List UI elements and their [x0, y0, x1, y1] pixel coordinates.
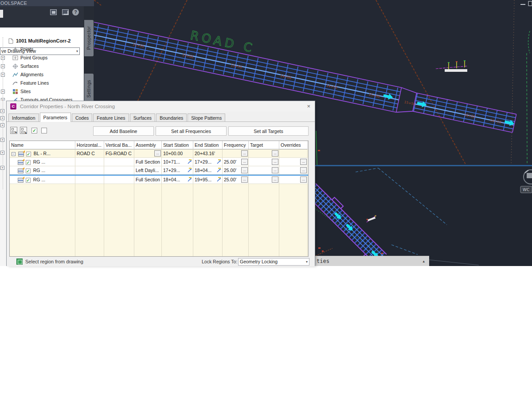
- overrides-picker-button[interactable]: ...: [300, 167, 307, 173]
- tab-prospector[interactable]: Prospector: [84, 20, 94, 56]
- help-icon[interactable]: ?: [72, 9, 79, 16]
- expand-icon[interactable]: +: [1, 73, 5, 77]
- expand-icon[interactable]: +: [0, 116, 4, 120]
- tree-item-feature-lines[interactable]: Feature Lines: [0, 79, 84, 87]
- tree-item-sites[interactable]: + Sites: [0, 87, 84, 96]
- frequency-picker-button[interactable]: ...: [241, 176, 248, 183]
- tree-item-drawing-root[interactable]: 1001 MultiRegionCorr-2: [0, 37, 84, 45]
- dialog-titlebar[interactable]: C Corridor Properties - North River Cros…: [7, 101, 315, 112]
- row-checkbox[interactable]: ✓: [26, 178, 31, 183]
- tab-parameters[interactable]: Parameters: [40, 113, 71, 122]
- assembly-picker-button[interactable]: ...: [154, 150, 161, 157]
- tree-item-point-groups[interactable]: + Point Groups: [0, 54, 84, 62]
- set-all-frequencies-button[interactable]: Set all Frequencies: [156, 126, 227, 136]
- overrides-picker-button[interactable]: ...: [300, 159, 307, 165]
- station-pick-icon[interactable]: [188, 159, 192, 164]
- region-end[interactable]: 18+04...: [195, 168, 211, 173]
- col-vertical[interactable]: Vertical Ba...: [104, 141, 134, 149]
- overrides-picker-button[interactable]: ...: [300, 176, 307, 183]
- target-picker-button[interactable]: ...: [272, 167, 278, 173]
- col-horizontal[interactable]: Horizontal...: [75, 141, 104, 149]
- baseline-start[interactable]: 10+00.00: [162, 149, 193, 158]
- collapse-tree-icon[interactable]: ▴: [20, 127, 27, 134]
- tree-item-points[interactable]: Points: [0, 45, 84, 54]
- row-checkbox[interactable]: ✓: [26, 160, 31, 165]
- region-start[interactable]: 10+71...: [163, 159, 180, 164]
- col-name[interactable]: Name: [10, 141, 75, 149]
- col-target[interactable]: Target: [249, 141, 279, 149]
- station-pick-icon[interactable]: [217, 168, 222, 173]
- expand-tree-icon[interactable]: ▾: [10, 127, 17, 134]
- col-overrides[interactable]: Overrides: [279, 141, 308, 149]
- baseline-horizontal[interactable]: ROAD C: [75, 149, 104, 158]
- region-frequency[interactable]: 25.00': [224, 177, 236, 182]
- viewport-divider[interactable]: [315, 165, 532, 166]
- row-checkbox[interactable]: ✓: [26, 168, 31, 173]
- region-start[interactable]: 18+04...: [163, 177, 180, 182]
- baseline-end[interactable]: 20+43.16': [193, 149, 223, 158]
- tab-surfaces[interactable]: Surfaces: [130, 114, 155, 122]
- lock-regions-value: Geometry Locking: [240, 259, 278, 264]
- region-frequency[interactable]: 25.00': [224, 168, 236, 173]
- col-end-station[interactable]: End Station: [193, 141, 223, 149]
- target-picker-button[interactable]: ...: [272, 176, 278, 183]
- add-baseline-button[interactable]: Add Baseline: [93, 126, 154, 136]
- collapse-caret-icon[interactable]: ▴: [422, 256, 425, 266]
- region-frequency[interactable]: 25.00': [224, 159, 236, 164]
- region-assembly[interactable]: Left Dayli...: [134, 166, 162, 175]
- baseline-vertical[interactable]: FG-ROAD C: [104, 149, 134, 158]
- station-pick-icon[interactable]: [188, 177, 192, 182]
- expand-icon[interactable]: +: [0, 123, 4, 127]
- region-end[interactable]: 17+29...: [195, 159, 211, 164]
- uncheck-all-checkbox[interactable]: [41, 128, 47, 133]
- check-all-checkbox[interactable]: ✓: [31, 128, 37, 133]
- station-pick-icon[interactable]: [188, 168, 192, 173]
- expand-icon[interactable]: +: [1, 90, 5, 94]
- region-end[interactable]: 19+95...: [195, 177, 211, 182]
- expand-icon[interactable]: +: [0, 166, 4, 170]
- panorama-icon[interactable]: [50, 9, 57, 15]
- expand-icon[interactable]: +: [0, 138, 4, 142]
- tab-settings[interactable]: Settings: [84, 74, 94, 104]
- toolspace-layout-icon[interactable]: [62, 9, 69, 15]
- tree-item-alignments[interactable]: + Alignments: [0, 70, 84, 79]
- col-frequency[interactable]: Frequency: [223, 141, 249, 149]
- row-checkbox[interactable]: ✓: [26, 152, 31, 157]
- expand-icon[interactable]: +: [0, 109, 4, 113]
- tree-item-surfaces[interactable]: + Surfaces: [0, 62, 84, 70]
- select-region-icon[interactable]: [16, 258, 23, 265]
- tab-slope-patterns[interactable]: Slope Patterns: [188, 114, 225, 122]
- station-pick-icon[interactable]: [217, 159, 222, 164]
- table-row-region[interactable]: ✓ RG ... Full Section 10+71... 17+29... …: [10, 158, 308, 166]
- tab-boundaries[interactable]: Boundaries: [156, 114, 187, 122]
- dialog-tabs: Information Parameters Codes Feature Lin…: [8, 113, 225, 121]
- expand-icon[interactable]: +: [1, 64, 5, 68]
- model-viewport-canvas[interactable]: WC: [315, 165, 532, 266]
- tab-feature-lines[interactable]: Feature Lines: [93, 114, 129, 122]
- table-row-region[interactable]: ✓ RG ... Full Section 18+04... 19+95... …: [10, 176, 308, 184]
- table-row-baseline[interactable]: − ✓ BL - R... ROAD C FG-ROAD C ... 10+00…: [10, 149, 308, 158]
- close-icon[interactable]: ×: [307, 101, 310, 112]
- col-start-station[interactable]: Start Station: [162, 141, 193, 149]
- collapse-toggle[interactable]: −: [12, 152, 16, 156]
- surfaces-icon: [12, 63, 18, 69]
- set-all-targets-button[interactable]: Set all Targets: [228, 126, 309, 136]
- target-picker-button[interactable]: ...: [272, 159, 278, 165]
- frequency-picker-button[interactable]: ...: [241, 150, 248, 157]
- region-start[interactable]: 17+29...: [163, 168, 180, 173]
- col-assembly[interactable]: Assembly: [134, 141, 162, 149]
- select-region-label[interactable]: Select region from drawing: [25, 257, 83, 266]
- frequency-picker-button[interactable]: ...: [241, 167, 248, 173]
- region-assembly[interactable]: Full Section: [134, 176, 162, 184]
- target-picker-button[interactable]: ...: [272, 150, 278, 157]
- lock-regions-select[interactable]: Geometry Locking ▾: [238, 258, 309, 266]
- expand-icon[interactable]: +: [0, 151, 4, 155]
- expand-icon[interactable]: +: [1, 56, 5, 60]
- region-assembly[interactable]: Full Section: [134, 158, 162, 166]
- collapsed-palette-bar[interactable]: ties ▴: [315, 256, 429, 266]
- tab-codes[interactable]: Codes: [72, 114, 92, 122]
- station-pick-icon[interactable]: [217, 177, 222, 182]
- frequency-picker-button[interactable]: ...: [241, 159, 248, 165]
- table-row-region[interactable]: ✓ RG ... Left Dayli... 17+29... 18+04...…: [10, 166, 308, 175]
- tab-information[interactable]: Information: [8, 114, 39, 122]
